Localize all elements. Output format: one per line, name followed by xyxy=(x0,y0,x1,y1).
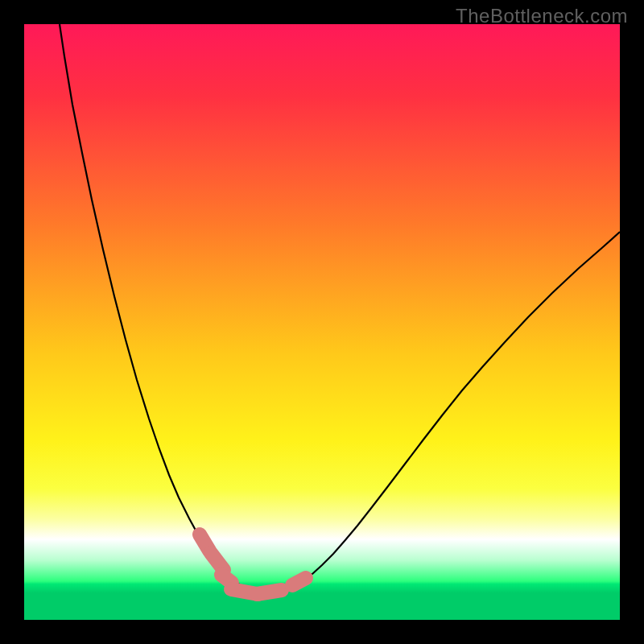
watermark-text: TheBottleneck.com xyxy=(456,5,628,27)
plot-area xyxy=(24,24,620,620)
chart-svg xyxy=(24,24,620,620)
marker-segment xyxy=(221,575,232,583)
marker-segment xyxy=(257,590,282,594)
gradient-background xyxy=(24,24,620,620)
chart-frame: TheBottleneck.com xyxy=(0,0,644,644)
marker-segment xyxy=(292,578,306,585)
marker-segment xyxy=(211,553,224,570)
